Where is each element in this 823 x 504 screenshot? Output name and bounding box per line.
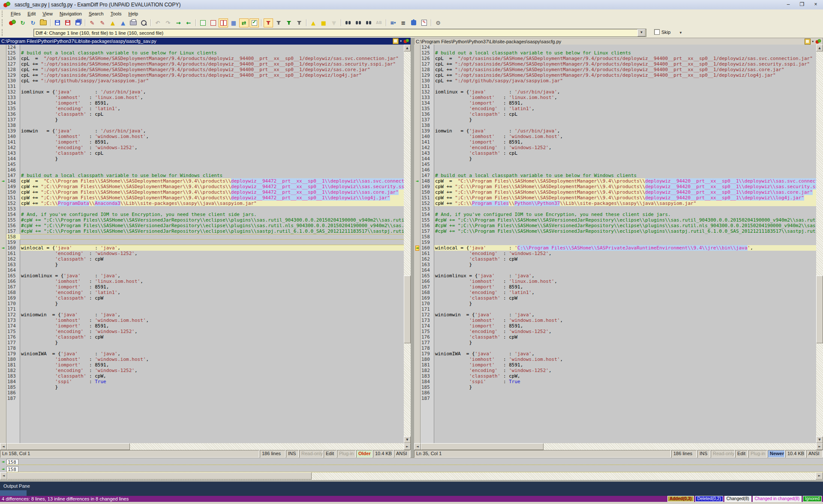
code-line[interactable]: 166 'iomhost' : 'linux.iom.host', (0, 279, 404, 284)
code-line[interactable]: 162 'classpath' : cpW (0, 256, 404, 262)
filter-show-all-icon[interactable] (264, 18, 273, 27)
scroll-left-icon[interactable]: ◄ (0, 472, 7, 480)
code-line[interactable]: 167 'iomport' : 8591, (414, 284, 816, 290)
code-line[interactable]: 153 (414, 206, 816, 212)
replace-icon[interactable]: AB (374, 18, 384, 27)
swap-panes-icon[interactable]: ▲ (118, 18, 128, 27)
code-line[interactable]: 175 'encoding' : 'windows-1252', (414, 329, 816, 334)
code-line[interactable]: →148cpW = "C:\\Program Files\\SASHome\\S… (0, 178, 404, 184)
find-icon[interactable] (343, 18, 353, 27)
code-line[interactable]: 139iomwin = {'java' : '/usr/bin/java', (0, 128, 404, 134)
code-line[interactable]: 127cpL += ":/opt/sasinside/SASHome/SASDe… (414, 61, 816, 67)
swap-files-icon[interactable]: ▲ (108, 18, 117, 27)
code-line[interactable]: 177 } (414, 340, 816, 345)
current-diff-combo[interactable]: Diff 4: Change 1 line (160, first file) … (33, 29, 646, 37)
scroll-right-icon[interactable]: ► (816, 443, 823, 450)
recompare-icon[interactable]: ↻ (18, 18, 27, 27)
code-line[interactable]: 150cpW += ";C:\\Program Files\\SASHome\\… (0, 189, 404, 195)
menu-help[interactable]: Help (125, 10, 141, 17)
code-line[interactable]: 164 (0, 267, 404, 273)
code-line[interactable]: 171 (0, 306, 404, 312)
code-line[interactable]: 138 (0, 123, 404, 128)
code-line[interactable]: 131 (0, 84, 404, 89)
code-line[interactable]: 163 } (414, 262, 816, 267)
code-line[interactable]: 154# And, if you've configured IOM to us… (414, 212, 816, 217)
code-line[interactable]: 183 'classpath' : cpW, (414, 373, 816, 379)
code-line[interactable]: 133 'iomhost' : 'linux.iom.host', (414, 95, 816, 100)
code-line[interactable]: 155#cpW += ";C:\\Program Files\\SASHome\… (414, 217, 816, 223)
scroll-up-icon[interactable]: ▲ (404, 45, 411, 51)
code-view[interactable]: 124125# build out a local classpath vari… (414, 45, 823, 443)
code-line[interactable]: 177 } (0, 340, 404, 345)
code-line[interactable]: 145 (0, 162, 404, 167)
code-line[interactable]: 174 'iomport' : 8591, (0, 323, 404, 329)
code-line[interactable]: 156#cpW += ";C:\\Program Files\\SASHome\… (0, 223, 404, 228)
code-line[interactable]: 168 'encoding' : 'latin1', (414, 290, 816, 295)
menu-search[interactable]: Search (85, 10, 107, 17)
code-line[interactable]: 187 (0, 396, 404, 401)
code-line[interactable]: 174 'iomport' : 8591, (414, 323, 816, 329)
code-line[interactable]: 143 'classpath' : cpL (414, 150, 816, 156)
code-line[interactable]: 176 'classpath' : cpW (0, 334, 404, 340)
diffbar-grip[interactable] (2, 29, 5, 36)
code-line[interactable]: 125# build out a local classpath variabl… (414, 50, 816, 56)
code-line[interactable]: 154# And, if you've configured IOM to us… (0, 212, 404, 217)
code-line[interactable]: 159 (0, 240, 404, 245)
mini-diff-row[interactable]: →158 (0, 465, 823, 473)
horizontal-scrollbar[interactable]: ◄► (0, 443, 411, 450)
current-difference-icon[interactable]: ■ (319, 18, 328, 27)
code-line[interactable]: 175 'encoding' : 'windows-1252', (0, 329, 404, 334)
print-icon[interactable] (129, 18, 138, 27)
minimize-button[interactable]: – (784, 1, 793, 8)
pane-menu-dropdown-icon[interactable]: ▾ (400, 39, 402, 43)
save-first-file-icon[interactable] (53, 18, 62, 27)
code-line[interactable]: 162 'classpath' : cpW (414, 256, 816, 262)
code-line[interactable]: 184 'sspi' : True (0, 379, 404, 384)
code-line[interactable]: 125# build out a local classpath variabl… (0, 50, 404, 56)
code-line[interactable]: →148cpW = "C:\\Program Files\\SASHome\\S… (414, 178, 816, 184)
filter-plain-icon[interactable] (274, 18, 283, 27)
code-line[interactable]: 166 'iomhost' : 'linux.iom.host', (414, 279, 816, 284)
scroll-right-icon[interactable]: ► (404, 443, 411, 450)
open-files-icon[interactable] (39, 18, 48, 27)
code-line[interactable]: 137 } (414, 117, 816, 123)
code-line[interactable]: 169 'classpath' : cpW (414, 295, 816, 301)
code-line[interactable]: 139iomwin = {'java' : '/usr/bin/java', (414, 128, 816, 134)
code-line[interactable]: 180 'iomhost' : 'windows.iom.host', (0, 357, 404, 362)
scroll-left-icon[interactable]: ◄ (0, 443, 7, 450)
scroll-right-icon[interactable]: ► (816, 472, 823, 480)
code-line[interactable]: 172winiomwin = {'java' : 'java', (414, 312, 816, 318)
code-line[interactable]: 128cpL += ":/opt/sasinside/SASHome/SASDe… (414, 67, 816, 72)
code-line[interactable]: 130cpL += ":/opt/github/saspy/java/saspy… (414, 78, 816, 84)
diff-combo-dropdown-icon[interactable]: ▼ (637, 29, 646, 36)
scrollbar-thumb[interactable] (7, 472, 312, 480)
word-wrap-icon[interactable]: ≡ (399, 18, 408, 27)
code-line[interactable]: 165winiomlinux = {'java' : 'java', (414, 273, 816, 279)
redo-icon[interactable]: ↷ (163, 18, 173, 27)
menu-grip[interactable] (2, 11, 5, 17)
last-difference-icon[interactable]: ▼ (329, 18, 339, 27)
code-line[interactable]: 152cpW += ";C:\\Program Files\\Python\\P… (414, 201, 816, 206)
code-line[interactable]: 135 'encoding' : 'latin1', (414, 106, 816, 111)
code-line[interactable]: 127cpL += ":/opt/sasinside/SASHome/SASDe… (0, 61, 404, 67)
code-line[interactable]: 179winiomIWA = {'java' : 'java', (0, 351, 404, 357)
code-line[interactable]: 142 'encoding' : 'windows-1252', (0, 145, 404, 150)
filter-accept-icon[interactable] (284, 18, 294, 27)
code-line[interactable]: 182 'encoding' : 'windows-1252', (414, 368, 816, 373)
scrollbar-thumb[interactable] (7, 443, 130, 450)
save-second-file-icon[interactable] (63, 18, 72, 27)
layout-dropdown-icon[interactable]: ▦▾ (388, 18, 398, 27)
code-line[interactable]: 185 } (0, 384, 404, 390)
code-line[interactable]: 141 'iomport' : 8591, (414, 139, 816, 145)
code-line[interactable]: →160winlocal = {'java' : 'C:\\Program Fi… (414, 245, 816, 251)
pane-menu-dropdown-icon[interactable]: ▾ (812, 40, 814, 43)
maximize-button[interactable]: ❐ (797, 1, 807, 8)
find-next-icon[interactable] (364, 18, 373, 27)
code-line[interactable]: 126cpL = "/opt/sasinside/SASHome/SASDepl… (414, 56, 816, 61)
mini-pane-horizontal-scrollbar[interactable]: ◄ ► (0, 472, 823, 480)
show-differences-icon[interactable] (208, 18, 218, 27)
code-line[interactable]: 181 'iomport' : 8591, (414, 362, 816, 368)
menu-files[interactable]: Files (7, 10, 24, 17)
code-line[interactable]: 158 (0, 234, 404, 240)
code-line[interactable]: 140 'iomhost' : 'windows.iom.host', (0, 134, 404, 139)
